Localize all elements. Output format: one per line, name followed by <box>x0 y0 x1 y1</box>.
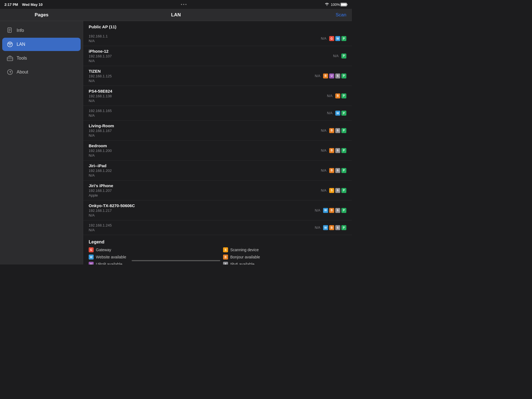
sidebar-item-info-label: Info <box>17 28 24 33</box>
legend-item: GGateway <box>89 247 212 252</box>
device-vendor: N/A <box>89 59 112 63</box>
device-ip: 192.168.1.1 <box>89 34 108 38</box>
device-badges: N/ABP <box>327 93 346 98</box>
device-row[interactable]: Jiri's iPhone192.168.1.207AppleN/AS6P <box>83 181 352 200</box>
badge-6: 6 <box>335 168 340 173</box>
badge-p: P <box>341 188 346 193</box>
legend-label: Gateway <box>96 248 111 252</box>
section-header: Public AP (11) <box>83 21 352 31</box>
device-vendor: N/A <box>89 153 112 157</box>
sidebar-item-about[interactable]: ? About <box>2 65 81 79</box>
device-name: Jiri--iPad <box>89 163 112 168</box>
sidebar-item-info[interactable]: Info <box>2 24 81 37</box>
device-row[interactable]: Onkyo-TX-8270-50606C192.168.1.217N/AN/AW… <box>83 200 352 220</box>
device-info: Onkyo-TX-8270-50606C192.168.1.217N/A <box>89 203 135 217</box>
device-row[interactable]: PS4-58E824192.168.1.138N/AN/ABP <box>83 86 352 106</box>
device-vendor: N/A <box>89 79 112 83</box>
badge-p: P <box>341 36 346 41</box>
device-badges: N/AWB6P <box>315 225 346 230</box>
svg-point-8 <box>10 45 11 46</box>
device-info: TIZEN192.168.1.125N/A <box>89 69 112 83</box>
device-row[interactable]: 192.168.1.1N/AN/AGWP <box>83 31 352 46</box>
badge-w: W <box>323 208 328 213</box>
device-badges: N/AWP <box>327 111 346 116</box>
dot1 <box>181 4 182 5</box>
badge-b: B <box>323 73 328 78</box>
device-ip: 192.168.1.200 <box>89 149 112 153</box>
app-layout: Info LAN Tools <box>0 21 352 265</box>
device-row[interactable]: 192.168.1.165N/AN/AWP <box>83 106 352 121</box>
device-name: iPhone-12 <box>89 49 112 54</box>
badge-b: B <box>335 93 340 98</box>
badge-6: 6 <box>335 128 340 133</box>
device-vendor: N/A <box>89 39 108 43</box>
scroll-indicator <box>132 260 220 261</box>
sidebar-item-lan[interactable]: LAN <box>2 38 81 51</box>
badge-6: 6 <box>335 208 340 213</box>
legend-item: WWebsite available <box>89 255 212 260</box>
device-ip: 192.168.1.202 <box>89 169 112 173</box>
dot3 <box>185 4 186 5</box>
doc-icon <box>7 27 13 34</box>
device-name: PS4-58E824 <box>89 89 112 93</box>
device-info: 192.168.1.1N/A <box>89 34 108 43</box>
device-badges: N/ABU6P <box>315 73 346 78</box>
device-ip: 192.168.1.107 <box>89 54 112 58</box>
legend-badge-g: G <box>89 247 94 252</box>
badge-6: 6 <box>335 225 340 230</box>
badge-p: P <box>341 54 346 59</box>
legend-label: Scanning device <box>230 248 259 252</box>
device-row[interactable]: Bedroom192.168.1.200N/AN/AB6P <box>83 141 352 161</box>
badge-na: N/A <box>315 226 320 230</box>
device-row[interactable]: 192.168.1.245N/AN/AWB6P <box>83 220 352 235</box>
status-bar: 2:17 PM Wed May 10 100% <box>0 0 352 9</box>
badge-na: N/A <box>321 37 326 40</box>
svg-point-7 <box>7 42 12 47</box>
device-badges: N/AS6P <box>321 188 346 193</box>
battery-indicator: 100% <box>331 2 347 7</box>
device-ip: 192.168.1.207 <box>89 189 113 193</box>
badge-p: P <box>341 93 346 98</box>
legend-item: BBonjour available <box>223 255 346 260</box>
badge-b: B <box>329 208 334 213</box>
wifi-circle-icon <box>7 41 13 48</box>
device-row[interactable]: Jiri--iPad192.168.1.202N/AN/AB6P <box>83 161 352 181</box>
legend-item: SScanning device <box>223 247 346 252</box>
device-vendor: N/A <box>89 228 112 232</box>
device-vendor: N/A <box>89 213 135 217</box>
legend-grid: GGatewaySScanning deviceWWebsite availab… <box>89 247 346 265</box>
badge-na: N/A <box>315 209 320 212</box>
device-badges: N/AWB6P <box>315 208 346 213</box>
badge-na: N/A <box>327 94 332 98</box>
status-time-date: 2:17 PM Wed May 10 <box>4 2 43 7</box>
device-ip: 192.168.1.138 <box>89 94 112 98</box>
device-info: Living-Room192.168.1.167N/A <box>89 123 114 138</box>
device-info: Jiri--iPad192.168.1.202N/A <box>89 163 112 177</box>
device-name: TIZEN <box>89 69 112 73</box>
main-content[interactable]: Public AP (11) 192.168.1.1N/AN/AGWPiPhon… <box>83 21 352 265</box>
device-ip: 192.168.1.245 <box>89 223 112 227</box>
legend-badge-b: B <box>223 255 228 260</box>
device-name: Onkyo-TX-8270-50606C <box>89 203 135 208</box>
badge-b: B <box>329 168 334 173</box>
badge-b: B <box>329 128 334 133</box>
legend-item: 6IPv6 available <box>223 262 346 265</box>
device-row[interactable]: TIZEN192.168.1.125N/AN/ABU6P <box>83 66 352 86</box>
device-badges: N/AB6P <box>321 148 346 153</box>
scan-button[interactable]: Scan <box>269 12 352 18</box>
badge-p: P <box>341 111 346 116</box>
badge-p: P <box>341 225 346 230</box>
dot2 <box>183 4 184 5</box>
device-vendor: Apple <box>89 193 113 197</box>
device-vendor: N/A <box>89 99 112 103</box>
legend-title: Legend <box>89 240 346 245</box>
sidebar-item-tools[interactable]: Tools <box>2 52 81 65</box>
device-name: Bedroom <box>89 143 112 148</box>
device-row[interactable]: Living-Room192.168.1.167N/AN/AB6P <box>83 121 352 141</box>
device-row[interactable]: iPhone-12192.168.1.107N/AN/AP <box>83 46 352 66</box>
badge-p: P <box>341 148 346 153</box>
badge-u: U <box>329 73 334 78</box>
legend-label: Bonjour available <box>230 255 260 259</box>
legend-badge-6: 6 <box>223 262 228 265</box>
header: Pages LAN Scan <box>0 9 352 21</box>
